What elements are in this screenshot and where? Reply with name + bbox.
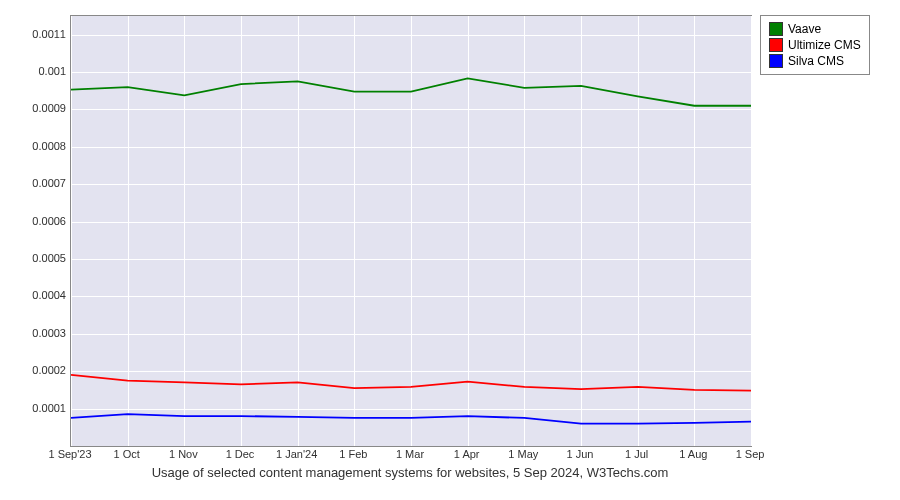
x-tick-label: 1 Jun [567,448,594,460]
x-tick-label: 1 Sep [736,448,765,460]
y-tick-label: 0.0001 [16,402,66,414]
x-tick-label: 1 Aug [679,448,707,460]
y-tick-label: 0.0009 [16,102,66,114]
series-line [71,375,751,391]
x-tick-label: 1 Jan'24 [276,448,317,460]
chart-caption: Usage of selected content management sys… [70,465,750,480]
x-tick-label: 1 Sep'23 [48,448,91,460]
y-tick-label: 0.0004 [16,289,66,301]
y-tick-label: 0.0003 [16,327,66,339]
x-tick-label: 1 Mar [396,448,424,460]
y-tick-label: 0.0005 [16,252,66,264]
chart-lines [71,16,751,446]
y-tick-label: 0.0011 [16,28,66,40]
x-tick-label: 1 Jul [625,448,648,460]
x-tick-label: 1 Apr [454,448,480,460]
legend-item: Vaave [769,22,861,36]
legend-swatch [769,54,783,68]
y-tick-label: 0.0007 [16,177,66,189]
legend-item: Ultimize CMS [769,38,861,52]
legend: VaaveUltimize CMSSilva CMS [760,15,870,75]
grid-line-v [751,16,752,446]
y-tick-label: 0.001 [16,65,66,77]
legend-label: Vaave [788,22,821,36]
y-tick-label: 0.0008 [16,140,66,152]
x-tick-label: 1 Nov [169,448,198,460]
y-tick-label: 0.0006 [16,215,66,227]
x-tick-label: 1 May [508,448,538,460]
x-tick-label: 1 Dec [226,448,255,460]
legend-item: Silva CMS [769,54,861,68]
x-tick-label: 1 Oct [114,448,140,460]
series-line [71,414,751,423]
legend-swatch [769,22,783,36]
legend-swatch [769,38,783,52]
series-line [71,78,751,105]
legend-label: Silva CMS [788,54,844,68]
y-tick-label: 0.0002 [16,364,66,376]
legend-label: Ultimize CMS [788,38,861,52]
chart-container: 0.00010.00020.00030.00040.00050.00060.00… [10,10,890,490]
plot-area [70,15,752,447]
x-tick-label: 1 Feb [339,448,367,460]
